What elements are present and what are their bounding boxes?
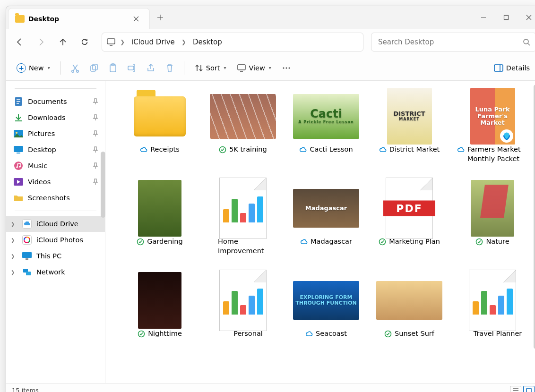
file-name: Home Improvement xyxy=(218,237,278,256)
sidebar-item-icloud photos[interactable]: ❯ iCloud Photos xyxy=(6,232,105,248)
tab-desktop[interactable]: Desktop xyxy=(8,8,150,29)
back-button[interactable] xyxy=(10,33,29,51)
breadcrumb-desktop[interactable]: Desktop xyxy=(191,36,224,48)
chevron-down-icon: ▾ xyxy=(269,65,271,70)
search-input[interactable] xyxy=(377,37,523,47)
tab-title: Desktop xyxy=(28,15,126,23)
icons-view-toggle[interactable] xyxy=(523,386,535,392)
search-icon xyxy=(523,38,530,46)
spreadsheet-icon xyxy=(219,270,267,331)
sidebar-item-downloads[interactable]: Downloads xyxy=(6,110,105,126)
spreadsheet-icon xyxy=(219,178,267,239)
svg-rect-14 xyxy=(494,65,503,71)
minimize-button[interactable] xyxy=(472,6,495,29)
cloud-status-icon xyxy=(300,238,308,246)
more-button[interactable] xyxy=(278,60,295,76)
folder-icon xyxy=(134,96,186,136)
file-item[interactable]: Receipts xyxy=(124,90,195,163)
sidebar-item-videos[interactable]: Videos xyxy=(6,174,105,190)
details-pane-button[interactable]: Details xyxy=(489,61,535,75)
maximize-button[interactable] xyxy=(495,6,518,29)
file-item[interactable]: Travel Planner xyxy=(457,274,528,339)
sidebar-item-pictures[interactable]: Pictures xyxy=(6,126,105,142)
file-item[interactable]: Sunset Surf xyxy=(374,274,445,339)
file-item[interactable]: PDF Marketing Plan xyxy=(374,182,445,256)
music-icon xyxy=(14,161,23,170)
svg-point-20 xyxy=(14,162,23,170)
sidebar-scrollbar[interactable] xyxy=(101,152,105,218)
pin-icon[interactable] xyxy=(93,114,98,121)
sidebar-item-documents[interactable]: Documents xyxy=(6,94,105,110)
file-name: Cacti Lesson xyxy=(310,145,353,154)
synced-status-icon xyxy=(219,146,226,153)
cut-button[interactable] xyxy=(67,60,84,76)
file-item[interactable]: Luna Park Farmer's Market Farmers Market… xyxy=(457,90,528,163)
chevron-right-icon[interactable]: ❯ xyxy=(11,254,15,259)
close-window-button[interactable] xyxy=(518,6,535,29)
pin-icon[interactable] xyxy=(93,162,98,169)
up-button[interactable] xyxy=(53,33,72,51)
sidebar-item-this pc[interactable]: ❯ This PC xyxy=(6,248,105,264)
sort-button[interactable]: Sort ▾ xyxy=(190,61,231,75)
pin-icon[interactable] xyxy=(93,146,98,153)
view-button[interactable]: View ▾ xyxy=(233,61,276,75)
svg-rect-1 xyxy=(107,39,115,44)
synced-status-icon xyxy=(384,330,392,338)
svg-rect-10 xyxy=(238,65,245,70)
sidebar-item-label: Downloads xyxy=(28,114,66,121)
copy-button[interactable] xyxy=(86,60,103,76)
paste-button[interactable] xyxy=(104,60,121,76)
sidebar-item-icloud drive[interactable]: ❯ iCloud Drive xyxy=(6,216,105,232)
pin-icon[interactable] xyxy=(93,179,98,185)
file-item[interactable]: 5K training xyxy=(207,90,278,163)
file-item[interactable]: Madagascar Madagascar xyxy=(291,182,362,256)
plus-circle-icon: + xyxy=(17,63,26,73)
no-status xyxy=(463,330,471,338)
chevron-down-icon: ▾ xyxy=(224,65,226,70)
file-item[interactable]: Gardening xyxy=(124,182,195,256)
file-item[interactable]: CactiA Prickle Free Lesson Cacti Lesson xyxy=(291,90,362,163)
file-item[interactable]: Personal xyxy=(207,274,278,339)
chevron-right-icon[interactable]: ❯ xyxy=(11,270,15,275)
svg-point-11 xyxy=(283,67,284,68)
file-item[interactable]: Nighttime xyxy=(124,274,195,339)
file-item[interactable]: DISTRICTMARKET District Market xyxy=(374,90,445,163)
share-button[interactable] xyxy=(142,60,159,76)
pin-icon[interactable] xyxy=(93,98,98,105)
search-box[interactable] xyxy=(371,33,535,51)
file-item[interactable]: Home Improvement xyxy=(207,182,278,256)
sidebar-item-screenshots[interactable]: Screenshots xyxy=(6,190,105,206)
rename-button[interactable] xyxy=(123,60,140,76)
breadcrumb-icloud-drive[interactable]: iCloud Drive xyxy=(129,36,177,48)
address-bar[interactable]: ❯ iCloud Drive ❯ Desktop xyxy=(102,33,363,51)
file-name: Gardening xyxy=(147,237,183,247)
synced-status-icon xyxy=(138,330,145,338)
sidebar-item-label: Network xyxy=(36,268,65,276)
cloud-status-icon xyxy=(457,146,465,153)
sidebar-item-music[interactable]: Music xyxy=(6,158,105,174)
sidebar-item-desktop[interactable]: Desktop xyxy=(6,142,105,158)
forward-button[interactable] xyxy=(32,33,51,51)
content-area[interactable]: Receipts 5K training CactiA Prickle Free… xyxy=(105,81,535,383)
refresh-button[interactable] xyxy=(75,33,94,51)
sidebar-item-network[interactable]: ❯ Network xyxy=(6,264,105,280)
file-name: Farmers Market Monthly Packet xyxy=(467,145,528,163)
new-button[interactable]: + New ▾ xyxy=(12,60,55,76)
new-tab-button[interactable] xyxy=(150,6,171,29)
image-thumbnail xyxy=(210,94,276,139)
details-view-toggle[interactable] xyxy=(510,386,521,392)
delete-button[interactable] xyxy=(161,60,178,76)
sort-icon xyxy=(195,64,203,72)
chevron-right-icon[interactable]: ❯ xyxy=(11,238,15,243)
pin-icon[interactable] xyxy=(93,130,98,137)
svg-point-22 xyxy=(19,166,21,168)
folder-icon xyxy=(15,15,25,23)
file-item[interactable]: Nature xyxy=(457,182,528,256)
chevron-right-icon[interactable]: ❯ xyxy=(11,222,15,227)
no-status xyxy=(223,330,231,338)
chevron-right-icon[interactable]: ❯ xyxy=(119,39,126,45)
file-item[interactable]: EXPLORING FORM THROUGH FUNCTION Seacoast xyxy=(291,274,362,339)
chevron-right-icon[interactable]: ❯ xyxy=(181,39,187,45)
tab-close-button[interactable] xyxy=(129,12,143,26)
details-icon xyxy=(494,64,503,72)
